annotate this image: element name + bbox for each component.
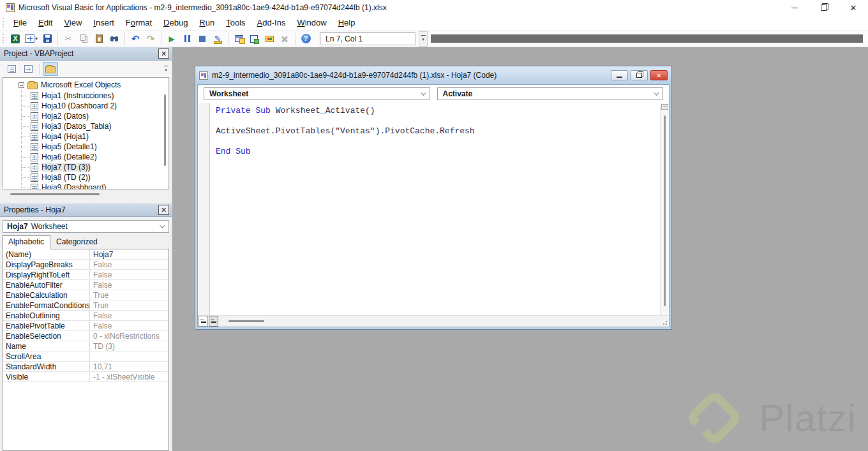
paste-button[interactable] [92, 33, 106, 45]
property-row-displaypagebreaks[interactable]: DisplayPageBreaksFalse [3, 260, 168, 270]
tree-item-hoja5[interactable]: Hoja5 (Detalle1) [21, 142, 168, 152]
worksheet-icon [31, 163, 38, 172]
property-row-enableselection[interactable]: EnableSelection0 - xlNoRestrictions [3, 331, 168, 341]
property-row-displayrighttoleft[interactable]: DisplayRightToLeftFalse [3, 270, 168, 280]
code-window-titlebar[interactable]: m2-9_intermedio_3091a80c-1ae9-424d-b1a9-… [195, 66, 671, 84]
property-row-visible[interactable]: Visible-1 - xlSheetVisible [3, 372, 168, 382]
chevron-down-icon [654, 90, 659, 95]
procedure-view-button[interactable] [198, 316, 208, 327]
menu-insert[interactable]: Insert [87, 16, 120, 29]
tree-item-hoja9[interactable]: Hoja9 (Dashboard) [21, 182, 168, 189]
code-line: Private Sub Worksheet_Activate() [216, 106, 660, 116]
help-button[interactable] [299, 33, 313, 45]
toolbar-grip-handle[interactable] [3, 34, 4, 43]
menu-add-ins[interactable]: Add-Ins [251, 16, 292, 29]
property-row-enableautofilter[interactable]: EnableAutoFilterFalse [3, 280, 168, 290]
code-window-restore-button[interactable] [631, 70, 648, 80]
toolbar-overflow-button[interactable] [419, 31, 428, 47]
tree-item-hoja10[interactable]: Hoja10 (Dashboard 2) [21, 101, 168, 111]
full-module-view-button[interactable] [209, 316, 218, 327]
open-folder-icon [27, 82, 38, 89]
project-close-button[interactable] [158, 48, 169, 59]
close-button[interactable] [839, 0, 868, 15]
code-horizontal-scroll-thumb[interactable] [228, 320, 264, 322]
platzi-logo-icon [684, 387, 745, 448]
menu-tools[interactable]: Tools [220, 16, 251, 29]
code-vertical-scrollbar[interactable] [660, 103, 669, 315]
object-browser-button[interactable] [262, 33, 276, 45]
menu-grip-handle[interactable] [3, 18, 4, 27]
horizontal-scroll-thumb[interactable] [10, 193, 100, 195]
vertical-scroll-thumb[interactable] [664, 115, 666, 306]
cut-button [61, 33, 75, 45]
view-code-button[interactable] [4, 62, 19, 76]
save-button[interactable] [40, 33, 54, 45]
property-row-scrollarea[interactable]: ScrollArea [3, 351, 168, 362]
undo-button[interactable] [128, 33, 142, 45]
property-value: False [90, 270, 168, 279]
project-horizontal-scrollbar[interactable] [3, 191, 169, 198]
maximize-button[interactable] [809, 0, 839, 15]
tree-item-hoja2[interactable]: Hoja2 (Datos) [21, 111, 168, 121]
property-row-name[interactable]: NameTD (3) [3, 341, 168, 351]
property-row-standardwidth[interactable]: StandardWidth10,71 [3, 362, 168, 372]
design-button[interactable] [211, 33, 225, 45]
procedure-dropdown[interactable]: Activate [437, 87, 664, 100]
properties-close-button[interactable] [158, 205, 169, 215]
property-row-enablepivottable[interactable]: EnablePivotTableFalse [3, 321, 168, 331]
tree-item-hoja4[interactable]: Hoja4 (Hoja1) [21, 131, 168, 142]
collapse-expander-icon[interactable] [19, 82, 24, 88]
excel-button[interactable] [8, 33, 22, 45]
break-button[interactable] [180, 33, 194, 45]
project-toolbar-overflow-button[interactable] [163, 64, 169, 74]
properties-panel-title: Properties - Hoja7 [4, 205, 66, 214]
watermark: Platzi [684, 387, 857, 448]
menu-edit[interactable]: Edit [33, 16, 58, 29]
object-dropdown[interactable]: Worksheet [204, 87, 430, 100]
project-vertical-scrollbar[interactable] [164, 94, 166, 166]
menu-debug[interactable]: Debug [158, 16, 193, 29]
breakpoint-margin[interactable] [198, 103, 210, 315]
view-code-icon [8, 65, 16, 73]
toolbar-separator [39, 64, 40, 74]
toggle-folders-button[interactable] [43, 62, 58, 76]
code-line: ActiveSheet.PivotTables("Ventas").PivotC… [216, 126, 660, 137]
tree-item-hoja6[interactable]: Hoja6 (Detalle2) [21, 152, 168, 162]
project-explorer-button[interactable] [232, 33, 246, 45]
menu-window[interactable]: Window [291, 16, 332, 29]
property-row-enableformatconditionscal[interactable]: EnableFormatConditionsCalTrue [3, 300, 168, 311]
property-row-enablecalculation[interactable]: EnableCalculationTrue [3, 290, 168, 300]
code-window-close-button[interactable] [650, 70, 668, 80]
worksheet-icon [31, 174, 38, 182]
tree-root-folder[interactable]: Microsoft Excel Objects [3, 78, 168, 91]
minimize-button[interactable] [780, 0, 809, 15]
resize-grip[interactable] [661, 319, 667, 325]
watermark-text: Platzi [759, 396, 857, 440]
code-window-minimize-button[interactable] [611, 70, 628, 80]
tree-item-hoja1[interactable]: Hoja1 (Instrucciones) [21, 91, 168, 101]
object-selector-dropdown[interactable]: Hoja7 Worksheet [3, 220, 169, 233]
view-object-button[interactable] [20, 62, 36, 76]
tree-item-hoja7[interactable]: Hoja7 (TD (3)) [21, 162, 168, 172]
property-row-name[interactable]: (Name)Hoja7 [3, 249, 168, 260]
menu-help[interactable]: Help [333, 16, 361, 29]
run-button[interactable] [165, 33, 179, 45]
tree-item-hoja3[interactable]: Hoja3 (Datos_Tabla) [21, 121, 168, 131]
code-editor[interactable]: Private Sub Worksheet_Activate() ActiveS… [210, 103, 660, 315]
menu-file[interactable]: File [8, 16, 33, 29]
properties-tabs: AlphabeticCategorized [0, 235, 172, 249]
reset-button[interactable] [195, 33, 209, 45]
worksheet-icon [31, 153, 38, 161]
menu-run[interactable]: Run [193, 16, 220, 29]
properties-window-button[interactable] [247, 33, 261, 45]
split-handle[interactable] [661, 104, 668, 110]
property-row-enableoutlining[interactable]: EnableOutliningFalse [3, 311, 168, 321]
menu-view[interactable]: View [58, 16, 87, 29]
menu-format[interactable]: Format [120, 16, 158, 29]
tab-categorized[interactable]: Categorized [50, 236, 103, 249]
find-button[interactable] [107, 33, 121, 45]
tab-alphabetic[interactable]: Alphabetic [2, 235, 50, 249]
code-bottom-bar [198, 315, 669, 327]
tree-item-hoja8[interactable]: Hoja8 (TD (2)) [21, 172, 168, 182]
form-button[interactable] [24, 33, 39, 45]
